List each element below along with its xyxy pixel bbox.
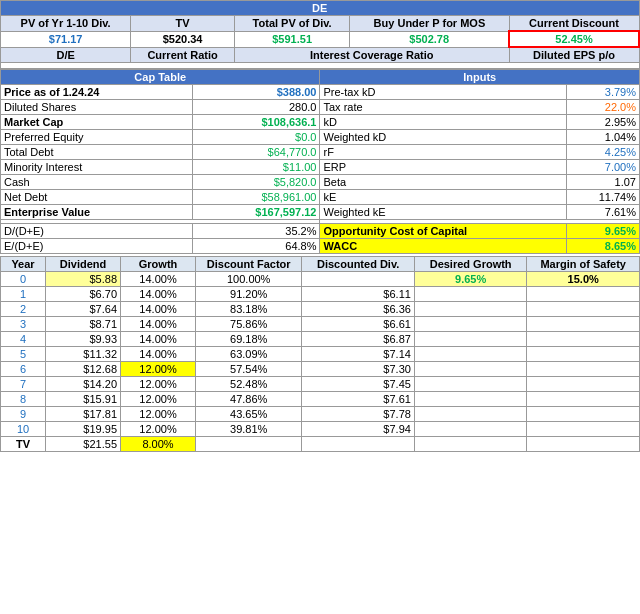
dividend-div-11: $21.55 (46, 437, 121, 452)
diluted-eps-label: Diluted EPS p/o (509, 47, 639, 63)
dividend-div-2: $7.64 (46, 302, 121, 317)
cap-label-0: Price as of 1.24.24 (1, 85, 193, 100)
col-discounted-div-header: Discounted Div. (302, 257, 415, 272)
cap-value-3: $0.0 (192, 130, 320, 145)
dividend-year-0: 0 (1, 272, 46, 287)
mos-11 (527, 437, 640, 452)
discounted-div-0 (302, 272, 415, 287)
discount-factor-6: 57.54% (196, 362, 302, 377)
ee-value: 64.8% (192, 239, 320, 254)
dividend-growth-9: 12.00% (121, 407, 196, 422)
discount-factor-5: 63.09% (196, 347, 302, 362)
inp-label-8: Weighted kE (320, 205, 567, 220)
cap-label-3: Preferred Equity (1, 130, 193, 145)
inputs-header: Inputs (320, 70, 640, 85)
discounted-div-8: $7.61 (302, 392, 415, 407)
inp-value-7: 11.74% (567, 190, 640, 205)
cap-inputs-table: Cap Table Inputs Price as of 1.24.24 $38… (0, 69, 640, 254)
dividend-growth-6: 12.00% (121, 362, 196, 377)
mos-7 (527, 377, 640, 392)
mos-4 (527, 332, 640, 347)
occ-value: 9.65% (567, 224, 640, 239)
cap-value-1: 280.0 (192, 100, 320, 115)
desired-growth-2 (414, 302, 527, 317)
cap-value-5: $11.00 (192, 160, 320, 175)
cap-label-4: Total Debt (1, 145, 193, 160)
inp-value-4: 4.25% (567, 145, 640, 160)
col-discount-factor-header: Discount Factor (196, 257, 302, 272)
current-discount-label: Current Discount (509, 16, 639, 32)
mos-8 (527, 392, 640, 407)
wacc-label: WACC (320, 239, 567, 254)
desired-growth-5 (414, 347, 527, 362)
dividend-year-4: 4 (1, 332, 46, 347)
discount-factor-7: 52.48% (196, 377, 302, 392)
inp-value-8: 7.61% (567, 205, 640, 220)
desired-growth-10 (414, 422, 527, 437)
tv-label: TV (131, 16, 235, 32)
dividend-year-10: 10 (1, 422, 46, 437)
de-header: DE (1, 1, 640, 16)
main-table: DE PV of Yr 1-10 Div. TV Total PV of Div… (0, 0, 640, 69)
desired-growth-3 (414, 317, 527, 332)
col-growth-header: Growth (121, 257, 196, 272)
dividend-growth-10: 12.00% (121, 422, 196, 437)
discounted-div-6: $7.30 (302, 362, 415, 377)
mos-5 (527, 347, 640, 362)
wacc-value: 8.65% (567, 239, 640, 254)
dividend-year-6: 6 (1, 362, 46, 377)
inp-value-6: 1.07 (567, 175, 640, 190)
dividend-div-10: $19.95 (46, 422, 121, 437)
discount-factor-1: 91.20% (196, 287, 302, 302)
dividend-div-3: $8.71 (46, 317, 121, 332)
desired-growth-9 (414, 407, 527, 422)
col-desired-growth-header: Desired Growth (414, 257, 527, 272)
discount-factor-10: 39.81% (196, 422, 302, 437)
dividend-growth-1: 14.00% (121, 287, 196, 302)
dividend-div-4: $9.93 (46, 332, 121, 347)
dividend-year-5: 5 (1, 347, 46, 362)
inp-label-0: Pre-tax kD (320, 85, 567, 100)
dividend-div-5: $11.32 (46, 347, 121, 362)
cap-value-7: $58,961.00 (192, 190, 320, 205)
dividend-div-7: $14.20 (46, 377, 121, 392)
inp-value-0: 3.79% (567, 85, 640, 100)
desired-growth-11 (414, 437, 527, 452)
dividend-div-0: $5.88 (46, 272, 121, 287)
dividend-div-8: $15.91 (46, 392, 121, 407)
dividend-div-9: $17.81 (46, 407, 121, 422)
pv-div-label: PV of Yr 1-10 Div. (1, 16, 131, 32)
discounted-div-7: $7.45 (302, 377, 415, 392)
discounted-div-4: $6.87 (302, 332, 415, 347)
desired-growth-7 (414, 377, 527, 392)
discounted-div-3: $6.61 (302, 317, 415, 332)
desired-growth-6 (414, 362, 527, 377)
cap-label-6: Cash (1, 175, 193, 190)
discounted-div-5: $7.14 (302, 347, 415, 362)
dividend-growth-0: 14.00% (121, 272, 196, 287)
discount-factor-8: 47.86% (196, 392, 302, 407)
inp-label-4: rF (320, 145, 567, 160)
tv-value: $520.34 (131, 31, 235, 47)
dividend-year-11: TV (1, 437, 46, 452)
dividend-year-7: 7 (1, 377, 46, 392)
inp-label-2: kD (320, 115, 567, 130)
desired-growth-4 (414, 332, 527, 347)
cap-value-0: $388.00 (192, 85, 320, 100)
total-pv-value: $591.51 (234, 31, 349, 47)
dividend-growth-2: 14.00% (121, 302, 196, 317)
inp-value-1: 22.0% (567, 100, 640, 115)
dividend-div-1: $6.70 (46, 287, 121, 302)
dividend-table: Year Dividend Growth Discount Factor Dis… (0, 256, 640, 452)
de-ratio-label: D/E (1, 47, 131, 63)
desired-growth-8 (414, 392, 527, 407)
discount-factor-9: 43.65% (196, 407, 302, 422)
dividend-growth-8: 12.00% (121, 392, 196, 407)
dd-label: D/(D+E) (1, 224, 193, 239)
dividend-growth-11: 8.00% (121, 437, 196, 452)
dividend-div-6: $12.68 (46, 362, 121, 377)
desired-growth-0: 9.65% (414, 272, 527, 287)
discount-factor-11 (196, 437, 302, 452)
mos-9 (527, 407, 640, 422)
mos-6 (527, 362, 640, 377)
